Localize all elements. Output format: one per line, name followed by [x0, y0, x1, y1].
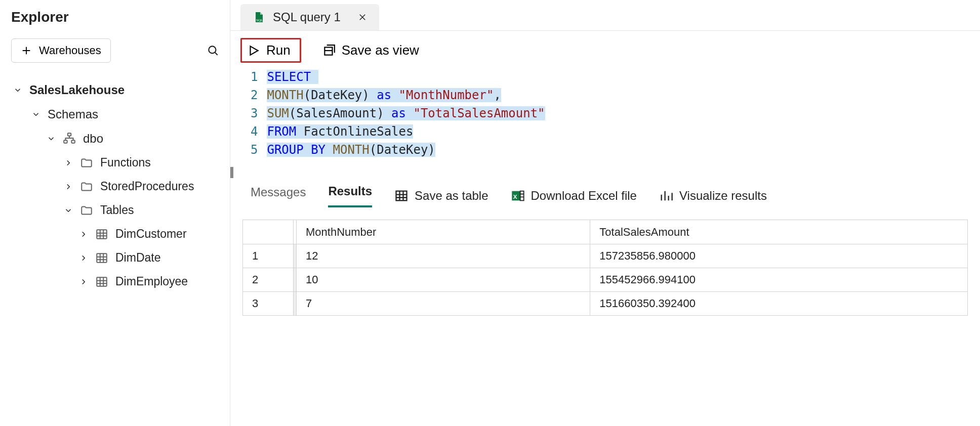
column-header[interactable]: TotalSalesAmount	[590, 220, 968, 244]
cell: 151660350.392400	[590, 292, 968, 316]
header-row: MonthNumber TotalSalesAmount	[243, 220, 968, 244]
bar-chart-icon	[659, 189, 673, 203]
close-icon[interactable]	[358, 13, 367, 22]
plus-icon	[21, 45, 32, 56]
visualize-label: Visualize results	[679, 189, 767, 203]
save-view-icon	[322, 44, 336, 57]
explorer-toolbar: Warehouses	[11, 38, 220, 63]
tree-label: DimDate	[115, 251, 160, 265]
tree-node-table[interactable]: DimEmployee	[11, 270, 220, 293]
svg-text:X: X	[513, 193, 517, 200]
save-as-table-label: Save as table	[415, 189, 488, 203]
warehouses-label: Warehouses	[39, 44, 101, 57]
cell: 7	[297, 292, 590, 316]
tree-node-table[interactable]: DimDate	[11, 246, 220, 270]
tab-results[interactable]: Results	[328, 184, 372, 207]
chevron-down-icon	[47, 134, 56, 143]
cell: 157235856.980000	[590, 244, 968, 268]
tree-node-storedprocs[interactable]: StoredProcedures	[11, 175, 220, 198]
excel-icon: X	[511, 189, 525, 203]
explorer-panel: Explorer Warehouses SalesLakehouse Schem…	[0, 0, 230, 426]
svg-rect-9	[396, 191, 407, 201]
chevron-right-icon	[79, 277, 88, 286]
save-as-view-button[interactable]: Save as view	[315, 38, 426, 62]
cell: 12	[297, 244, 590, 268]
table-icon	[394, 189, 409, 203]
folder-icon	[80, 180, 93, 193]
chevron-down-icon	[64, 206, 73, 215]
svg-rect-6	[97, 277, 107, 286]
svg-rect-12	[520, 191, 523, 201]
main-area: SQL SQL query 1 Run Save as view 12345 S…	[230, 0, 980, 426]
tree-node-lakehouse[interactable]: SalesLakehouse	[11, 78, 220, 102]
rownum-cell: 2	[243, 268, 294, 292]
rownum-header	[243, 220, 294, 244]
object-tree: SalesLakehouse Schemas dbo Functions Sto…	[11, 78, 220, 293]
schema-icon	[63, 132, 76, 145]
results-toolbar: Messages Results Save as table X Downloa…	[230, 173, 980, 207]
rownum-cell: 1	[243, 244, 294, 268]
editor-toolbar: Run Save as view	[230, 31, 980, 68]
svg-point-0	[209, 46, 216, 53]
svg-rect-2	[64, 140, 67, 143]
chevron-down-icon	[31, 110, 40, 119]
line-gutter: 12345	[230, 68, 267, 159]
cell: 155452966.994100	[590, 268, 968, 292]
splitter-handle[interactable]	[230, 168, 980, 173]
folder-icon	[80, 156, 93, 169]
tree-label: Tables	[100, 203, 134, 217]
editor-tab[interactable]: SQL SQL query 1	[240, 4, 379, 30]
tree-node-dbo[interactable]: dbo	[11, 126, 220, 151]
tree-label: dbo	[83, 132, 103, 146]
chevron-right-icon	[64, 182, 73, 191]
rownum-cell: 3	[243, 292, 294, 316]
sql-editor[interactable]: 12345 SELECT MONTH(DateKey) as "MonthNum…	[230, 68, 980, 168]
tree-label: Functions	[100, 156, 151, 169]
tree-node-schemas[interactable]: Schemas	[11, 102, 220, 126]
sql-file-icon: SQL	[253, 11, 265, 23]
tree-node-tables[interactable]: Tables	[11, 198, 220, 222]
table-row[interactable]: 3 7 151660350.392400	[243, 292, 968, 316]
save-as-table-button[interactable]: Save as table	[394, 189, 488, 203]
tree-node-table[interactable]: DimCustomer	[11, 222, 220, 246]
chevron-right-icon	[79, 230, 88, 239]
explorer-title: Explorer	[11, 9, 220, 25]
add-warehouse-button[interactable]: Warehouses	[11, 38, 111, 63]
save-view-label: Save as view	[342, 42, 419, 58]
table-icon	[95, 275, 108, 288]
play-icon	[247, 44, 260, 57]
chevron-right-icon	[64, 158, 73, 167]
download-excel-button[interactable]: X Download Excel file	[511, 189, 637, 203]
tree-label: Schemas	[48, 107, 98, 121]
chevron-right-icon	[79, 253, 88, 263]
editor-tabbar: SQL SQL query 1	[230, 0, 980, 31]
search-icon[interactable]	[207, 44, 220, 57]
run-button[interactable]: Run	[240, 38, 301, 63]
table-icon	[95, 251, 108, 265]
table-icon	[95, 228, 108, 241]
table-row[interactable]: 2 10 155452966.994100	[243, 268, 968, 292]
svg-rect-1	[68, 133, 71, 136]
chevron-down-icon	[13, 86, 22, 95]
code-area[interactable]: SELECT MONTH(DateKey) as "MonthNumber", …	[267, 68, 980, 159]
tree-node-functions[interactable]: Functions	[11, 151, 220, 175]
svg-rect-3	[71, 140, 75, 143]
run-label: Run	[266, 42, 291, 58]
svg-rect-5	[97, 253, 107, 262]
visualize-results-button[interactable]: Visualize results	[659, 189, 767, 203]
tree-label: SalesLakehouse	[29, 83, 125, 97]
tree-label: DimCustomer	[115, 227, 187, 241]
tab-label: SQL query 1	[273, 10, 341, 24]
table-row[interactable]: 1 12 157235856.980000	[243, 244, 968, 268]
folder-icon	[80, 204, 93, 217]
column-header[interactable]: MonthNumber	[297, 220, 590, 244]
tree-label: StoredProcedures	[100, 180, 194, 193]
tab-messages[interactable]: Messages	[251, 185, 306, 206]
results-grid[interactable]: MonthNumber TotalSalesAmount 1 12 157235…	[242, 220, 968, 316]
tree-label: DimEmployee	[115, 275, 188, 288]
svg-text:SQL: SQL	[256, 18, 263, 22]
cell: 10	[297, 268, 590, 292]
download-excel-label: Download Excel file	[531, 189, 637, 203]
svg-rect-4	[97, 230, 107, 238]
